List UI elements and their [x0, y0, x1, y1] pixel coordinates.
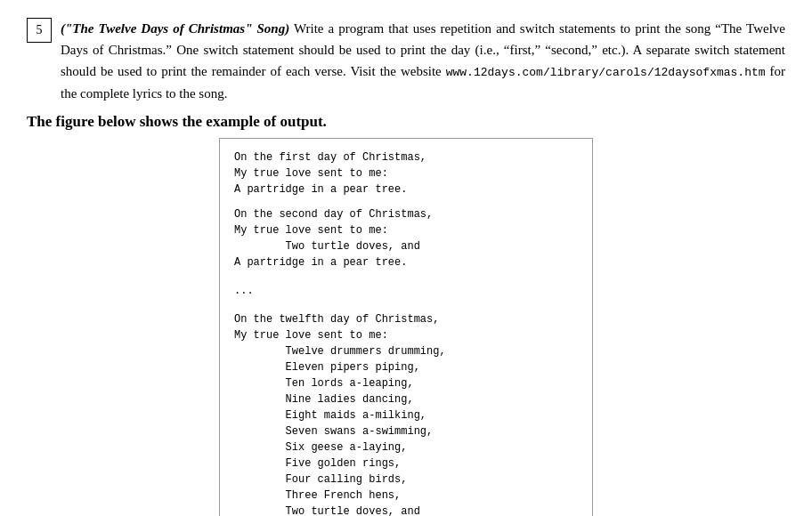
verse12-line7: Eight maids a-milking, [234, 407, 578, 423]
verse12-line2: My true love sent to me: [234, 327, 578, 343]
spacer3 [234, 302, 578, 311]
verse12-line8: Seven swans a-swimming, [234, 423, 578, 439]
verse2-line2: My true love sent to me: [234, 222, 578, 238]
verse1-line2: My true love sent to me: [234, 165, 578, 181]
problem-text: ("The Twelve Days of Christmas" Song) Wr… [61, 18, 785, 104]
output-box: On the first day of Christmas, My true l… [219, 138, 593, 516]
verse12-line3: Twelve drummers drumming, [234, 343, 578, 359]
verse2-line1: On the second day of Christmas, [234, 206, 578, 222]
verse1-line3: A partridge in a pear tree. [234, 181, 578, 198]
problem-header: 5 ("The Twelve Days of Christmas" Song) … [27, 18, 785, 104]
figure-label: The figure below shows the example of ou… [27, 113, 785, 131]
verse12-line4: Eleven pipers piping, [234, 359, 578, 375]
verse1-line1: On the first day of Christmas, [234, 149, 578, 165]
problem-number: 5 [27, 18, 52, 43]
verse2-line4: A partridge in a pear tree. [234, 254, 578, 270]
spacer1 [234, 198, 578, 206]
verse12-line5: Ten lords a-leaping, [234, 375, 578, 391]
spacer2 [234, 270, 578, 279]
verse12-line12: Three French hens, [234, 488, 578, 504]
verse12-line13: Two turtle doves, and [234, 504, 578, 516]
verse12-line6: Nine ladies dancing, [234, 391, 578, 407]
problem-title: ("The Twelve Days of Christmas" Song) [61, 21, 289, 36]
verse2-line3: Two turtle doves, and [234, 238, 578, 254]
problem-container: 5 ("The Twelve Days of Christmas" Song) … [27, 18, 785, 516]
verse12-line10: Five golden rings, [234, 456, 578, 472]
verse12-line1: On the twelfth day of Christmas, [234, 311, 578, 327]
ellipsis: ... [234, 283, 578, 299]
verse12-line9: Six geese a-laying, [234, 439, 578, 456]
problem-url: www.12days.com/library/carols/12daysofxm… [446, 66, 766, 79]
verse12-line11: Four calling birds, [234, 472, 578, 488]
